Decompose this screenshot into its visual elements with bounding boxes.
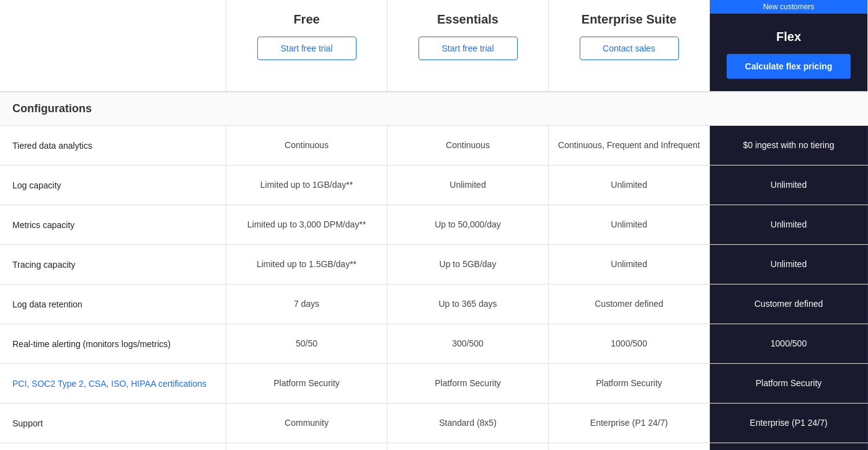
table-row: Premium support⊗⊗OptionalOptional bbox=[0, 443, 868, 450]
free-row-value: Community bbox=[226, 404, 388, 443]
table-row: SupportCommunityStandard (8x5)Enterprise… bbox=[0, 404, 868, 443]
free-row-value: Limited up to 1GB/day** bbox=[226, 165, 388, 205]
flex-row-value: Unlimited bbox=[710, 165, 868, 205]
essentials-row-value: ⊗ bbox=[388, 443, 549, 450]
table-row: Tracing capacityLimited up to 1.5GB/day*… bbox=[0, 245, 868, 285]
row-label: PCI, SOC2 Type 2, CSA, ISO, HIPAA certif… bbox=[0, 364, 226, 403]
essentials-row-value: Standard (8x5) bbox=[388, 404, 549, 443]
row-label: Support bbox=[0, 404, 226, 443]
essentials-row-value: Up to 365 days bbox=[388, 285, 549, 324]
essentials-plan-name: Essentials bbox=[397, 12, 538, 27]
table-row: Log capacityLimited up to 1GB/day**Unlim… bbox=[0, 165, 868, 205]
empty-header-cell bbox=[0, 0, 226, 91]
row-label: Log capacity bbox=[0, 165, 226, 205]
table-row: Log data retention7 daysUp to 365 daysCu… bbox=[0, 285, 868, 324]
enterprise-row-value: Continuous, Frequent and Infrequent bbox=[549, 126, 710, 165]
flex-row-value: Platform Security bbox=[710, 364, 868, 403]
new-customers-badge: New customers bbox=[710, 0, 867, 14]
configurations-heading: Configurations bbox=[0, 92, 868, 126]
enterprise-row-value: Customer defined bbox=[549, 285, 710, 324]
enterprise-contact-button[interactable]: Contact sales bbox=[580, 37, 679, 60]
essentials-row-value: Unlimited bbox=[388, 165, 549, 205]
essentials-row-value: Up to 50,000/day bbox=[388, 205, 549, 244]
essentials-row-value: Platform Security bbox=[388, 364, 549, 403]
essentials-plan-header: Essentials Start free trial bbox=[388, 0, 549, 91]
flex-row-value: Optional bbox=[710, 443, 868, 450]
configurations-section: Configurations Tiered data analyticsCont… bbox=[0, 92, 868, 450]
enterprise-row-value: Unlimited bbox=[549, 245, 710, 284]
table-row: Real-time alerting (monitors logs/metric… bbox=[0, 324, 868, 364]
row-label: Tiered data analytics bbox=[0, 126, 226, 165]
flex-plan-name: Flex bbox=[720, 30, 857, 44]
flex-row-value: Customer defined bbox=[710, 285, 868, 324]
table-row: Metrics capacityLimited up to 3,000 DPM/… bbox=[0, 205, 868, 245]
flex-plan-header: New customers Flex Calculate flex pricin… bbox=[710, 0, 868, 91]
flex-row-value: Enterprise (P1 24/7) bbox=[710, 404, 868, 443]
flex-row-value: $0 ingest with no tiering bbox=[710, 126, 868, 165]
essentials-row-value: Up to 5GB/day bbox=[388, 245, 549, 284]
free-row-value: Continuous bbox=[226, 126, 388, 165]
free-row-value: ⊗ bbox=[226, 443, 388, 450]
free-row-value: Limited up to 1.5GB/day** bbox=[226, 245, 388, 284]
free-plan-name: Free bbox=[236, 12, 377, 27]
free-row-value: 7 days bbox=[226, 285, 388, 324]
row-label: Metrics capacity bbox=[0, 205, 226, 244]
essentials-row-value: 300/500 bbox=[388, 324, 549, 363]
essentials-row-value: Continuous bbox=[388, 126, 549, 165]
free-trial-button[interactable]: Start free trial bbox=[257, 37, 356, 60]
free-row-value: Limited up to 3,000 DPM/day** bbox=[226, 205, 388, 244]
enterprise-plan-header: Enterprise Suite Contact sales bbox=[549, 0, 710, 91]
flex-cta-button[interactable]: Calculate flex pricing bbox=[727, 54, 851, 79]
row-label: Tracing capacity bbox=[0, 245, 226, 284]
row-label: Premium support bbox=[0, 443, 226, 450]
enterprise-row-value: Optional bbox=[549, 443, 710, 450]
table-row: PCI, SOC2 Type 2, CSA, ISO, HIPAA certif… bbox=[0, 364, 868, 404]
enterprise-row-value: Unlimited bbox=[549, 165, 710, 205]
enterprise-row-value: Enterprise (P1 24/7) bbox=[549, 404, 710, 443]
flex-row-value: Unlimited bbox=[710, 245, 868, 284]
flex-row-value: Unlimited bbox=[710, 205, 868, 244]
row-label: Real-time alerting (monitors logs/metric… bbox=[0, 324, 226, 363]
enterprise-row-value: Unlimited bbox=[549, 205, 710, 244]
row-label: Log data retention bbox=[0, 285, 226, 324]
enterprise-plan-name: Enterprise Suite bbox=[559, 12, 699, 27]
enterprise-row-value: Platform Security bbox=[549, 364, 710, 403]
table-row: Tiered data analyticsContinuousContinuou… bbox=[0, 126, 868, 165]
free-plan-header: Free Start free trial bbox=[226, 0, 388, 91]
free-row-value: 50/50 bbox=[226, 324, 388, 363]
free-row-value: Platform Security bbox=[226, 364, 388, 403]
essentials-trial-button[interactable]: Start free trial bbox=[418, 37, 518, 60]
certifications-link[interactable]: PCI, SOC2 Type 2, CSA, ISO, HIPAA certif… bbox=[12, 379, 206, 389]
flex-row-value: 1000/500 bbox=[710, 324, 868, 363]
enterprise-row-value: 1000/500 bbox=[549, 324, 710, 363]
